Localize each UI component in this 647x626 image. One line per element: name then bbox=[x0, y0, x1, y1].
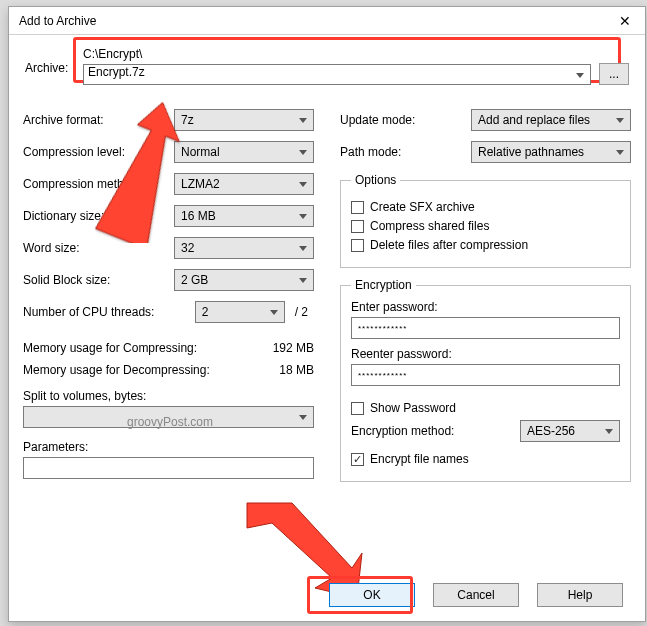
encrypt-filenames-label: Encrypt file names bbox=[370, 452, 469, 466]
word-size-select[interactable]: 32 bbox=[174, 237, 314, 259]
watermark: groovyPost.com bbox=[127, 415, 213, 429]
left-column: Archive format: 7z Compression level: No… bbox=[23, 109, 314, 492]
encryption-group: Encryption Enter password: ************ … bbox=[340, 278, 631, 482]
archive-format-label: Archive format: bbox=[23, 113, 174, 127]
reenter-password-input[interactable]: ************ bbox=[351, 364, 620, 386]
dialog-body: Archive: C:\Encrypt\ Encrypt.7z ... Arch… bbox=[9, 35, 645, 573]
button-row: OK Cancel Help bbox=[9, 573, 645, 621]
close-icon: ✕ bbox=[619, 13, 631, 29]
browse-button[interactable]: ... bbox=[599, 63, 629, 85]
archive-filename-input[interactable]: Encrypt.7z bbox=[83, 64, 591, 85]
delete-after-checkbox[interactable] bbox=[351, 239, 364, 252]
compression-level-label: Compression level: bbox=[23, 145, 174, 159]
dictionary-size-label: Dictionary size: bbox=[23, 209, 174, 223]
encryption-legend: Encryption bbox=[351, 278, 416, 292]
cancel-button[interactable]: Cancel bbox=[433, 583, 519, 607]
cpu-threads-total: / 2 bbox=[295, 305, 308, 319]
path-mode-label: Path mode: bbox=[340, 145, 471, 159]
compression-method-label: Compression method: bbox=[23, 177, 174, 191]
dictionary-size-select[interactable]: 16 MB bbox=[174, 205, 314, 227]
encrypt-filenames-checkbox[interactable] bbox=[351, 453, 364, 466]
reenter-password-label: Reenter password: bbox=[351, 347, 620, 361]
enter-password-input[interactable]: ************ bbox=[351, 317, 620, 339]
cpu-threads-label: Number of CPU threads: bbox=[23, 305, 195, 319]
create-sfx-checkbox[interactable] bbox=[351, 201, 364, 214]
close-button[interactable]: ✕ bbox=[613, 11, 637, 31]
compression-level-select[interactable]: Normal bbox=[174, 141, 314, 163]
options-group: Options Create SFX archive Compress shar… bbox=[340, 173, 631, 268]
parameters-label: Parameters: bbox=[23, 440, 314, 454]
add-to-archive-dialog: Add to Archive ✕ Archive: C:\Encrypt\ En… bbox=[8, 6, 646, 622]
encryption-method-label: Encryption method: bbox=[351, 424, 520, 438]
parameters-input[interactable] bbox=[23, 457, 314, 479]
enter-password-label: Enter password: bbox=[351, 300, 620, 314]
path-mode-select[interactable]: Relative pathnames bbox=[471, 141, 631, 163]
delete-after-label: Delete files after compression bbox=[370, 238, 528, 252]
encryption-method-select[interactable]: AES-256 bbox=[520, 420, 620, 442]
create-sfx-label: Create SFX archive bbox=[370, 200, 475, 214]
mem-decompress-label: Memory usage for Decompressing: bbox=[23, 363, 210, 377]
archive-row: Archive: C:\Encrypt\ Encrypt.7z ... bbox=[23, 45, 631, 91]
archive-label: Archive: bbox=[25, 47, 75, 75]
show-password-checkbox[interactable] bbox=[351, 402, 364, 415]
show-password-label: Show Password bbox=[370, 401, 456, 415]
annotation-ok-highlight bbox=[307, 576, 413, 614]
archive-inner: C:\Encrypt\ Encrypt.7z ... bbox=[83, 47, 629, 85]
solid-block-size-label: Solid Block size: bbox=[23, 273, 174, 287]
compression-method-select[interactable]: LZMA2 bbox=[174, 173, 314, 195]
archive-path: C:\Encrypt\ bbox=[83, 47, 629, 63]
solid-block-size-select[interactable]: 2 GB bbox=[174, 269, 314, 291]
word-size-label: Word size: bbox=[23, 241, 174, 255]
dialog-title: Add to Archive bbox=[19, 14, 96, 28]
titlebar: Add to Archive ✕ bbox=[9, 7, 645, 35]
right-column: Update mode: Add and replace files Path … bbox=[340, 109, 631, 492]
compress-shared-label: Compress shared files bbox=[370, 219, 489, 233]
update-mode-label: Update mode: bbox=[340, 113, 471, 127]
options-legend: Options bbox=[351, 173, 400, 187]
help-button[interactable]: Help bbox=[537, 583, 623, 607]
compress-shared-checkbox[interactable] bbox=[351, 220, 364, 233]
mem-decompress-value: 18 MB bbox=[279, 363, 314, 377]
cpu-threads-select[interactable]: 2 bbox=[195, 301, 285, 323]
mem-compress-label: Memory usage for Compressing: bbox=[23, 341, 197, 355]
archive-format-select[interactable]: 7z bbox=[174, 109, 314, 131]
split-label: Split to volumes, bytes: bbox=[23, 389, 314, 403]
mem-compress-value: 192 MB bbox=[273, 341, 314, 355]
update-mode-select[interactable]: Add and replace files bbox=[471, 109, 631, 131]
